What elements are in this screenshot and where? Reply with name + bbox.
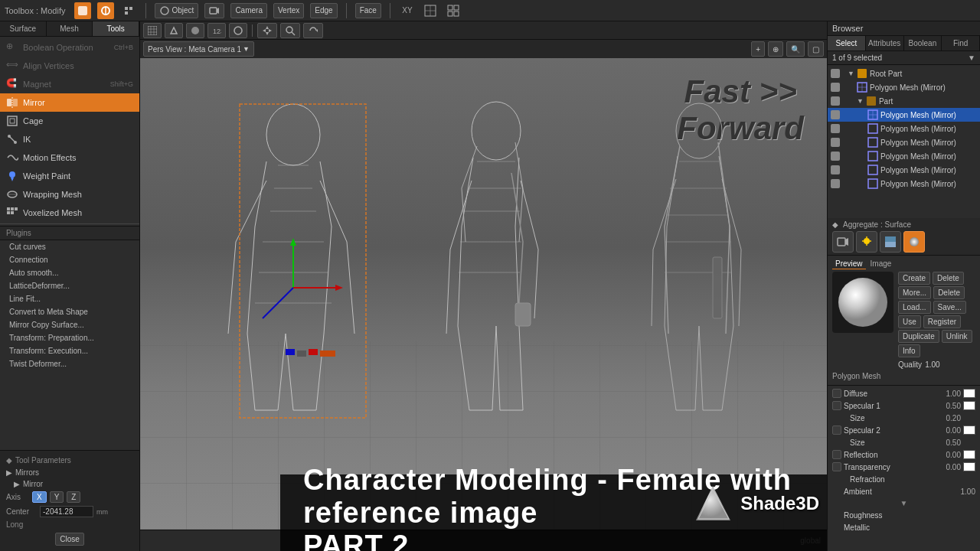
prop-transparency-check[interactable]	[832, 462, 841, 471]
vp-view-label[interactable]: Pers View : Meta Camera 1 ▼	[143, 41, 254, 57]
center-value-input[interactable]	[40, 506, 93, 517]
mat-save-button[interactable]: Save...	[933, 301, 966, 314]
menu-ik[interactable]: IK	[0, 130, 139, 148]
axis-z-button[interactable]: Z	[67, 491, 80, 503]
menu-object[interactable]: Object	[155, 3, 198, 18]
mat-tab-image[interactable]: Image	[867, 259, 895, 269]
menu-vertex[interactable]: Camera	[230, 3, 267, 18]
vp-btn-persp[interactable]	[165, 23, 183, 38]
sub-convert-meta[interactable]: Convert to Meta Shape	[0, 305, 139, 318]
prop-specular2-check[interactable]	[832, 425, 841, 435]
vp-btn-shade[interactable]	[186, 23, 204, 38]
sub-line-fit[interactable]: Line Fit...	[0, 292, 139, 305]
tree-item-1[interactable]: Polygon Mesh (Mirror)	[828, 80, 980, 94]
agg-surface-icon[interactable]	[903, 231, 925, 253]
tree-root-part[interactable]: ▼ Root Part	[828, 67, 980, 80]
axis-icon[interactable]: XY	[399, 2, 416, 19]
menu-wrapping-mesh[interactable]: Wrapping Mesh	[0, 185, 139, 204]
mat-more-button[interactable]: More...	[898, 286, 931, 299]
agg-light-icon[interactable]	[856, 231, 877, 253]
vp-btn-rotate[interactable]	[303, 23, 323, 38]
agg-bg-icon[interactable]	[880, 231, 901, 253]
tree-item-selected[interactable]: Polygon Mesh (Mirror)	[828, 108, 980, 122]
mat-register-button[interactable]: Register	[923, 315, 961, 328]
close-button[interactable]: Close	[55, 533, 84, 546]
sub-twist-deformer[interactable]: Twist Deformer...	[0, 357, 139, 370]
mat-use-button[interactable]: Use	[898, 315, 921, 328]
vp-sep-1	[252, 24, 253, 37]
tab-boolean[interactable]: Boolean	[904, 36, 942, 51]
tree-item-6[interactable]: Polygon Mesh (Mirror)	[828, 149, 980, 163]
material-ball	[832, 272, 893, 333]
tab-find[interactable]: Find	[942, 36, 980, 51]
modify-button[interactable]	[97, 2, 114, 19]
vp-plus-icon[interactable]: +	[751, 41, 765, 57]
grid-icon[interactable]	[422, 2, 439, 19]
prop-specular1-swatch[interactable]	[963, 401, 975, 410]
menu-motion-effects[interactable]: Motion Effects	[0, 148, 139, 167]
menu-edge[interactable]: Vertex	[273, 3, 304, 18]
create-button[interactable]	[74, 2, 91, 19]
sub-mirror-copy[interactable]: Mirror Copy Surface...	[0, 318, 139, 331]
tab-attributes[interactable]: Attributes	[866, 36, 904, 51]
mat-info-button[interactable]: Info	[898, 344, 920, 357]
svg-rect-91	[868, 179, 877, 188]
mat-load-button[interactable]: Load...	[898, 301, 931, 314]
mat-delete2-button[interactable]: Delete	[933, 286, 965, 299]
prop-diffuse-check[interactable]	[832, 389, 841, 398]
sub-connection[interactable]: Connection	[0, 253, 139, 266]
tool-params-header[interactable]: ◆ Tool Parameters	[0, 454, 139, 467]
mat-duplicate-button[interactable]: Duplicate	[898, 330, 939, 343]
menu-boolean-operation[interactable]: ⊕ Boolean Operation Ctrl+B	[0, 38, 139, 57]
tab-select[interactable]: Select	[828, 36, 866, 51]
prop-transparency-swatch[interactable]	[963, 462, 975, 471]
vp-btn-zoom[interactable]	[280, 23, 300, 38]
menu-magnet[interactable]: 🧲 Magnet Shift+G	[0, 75, 139, 93]
tree-part[interactable]: ▼ Part	[828, 94, 980, 108]
axis-y-button[interactable]: Y	[50, 491, 64, 503]
sub-lattice-deformer[interactable]: LatticeDeformer...	[0, 279, 139, 292]
vp-expand-icon[interactable]: ▢	[808, 41, 824, 57]
props-expand-icon[interactable]: ▼	[900, 499, 908, 507]
menu-face[interactable]: Edge	[310, 3, 337, 18]
vp-btn-numeric[interactable]: 123	[207, 23, 226, 38]
menu-weight-paint[interactable]: Weight Paint	[0, 167, 139, 185]
mat-delete-button[interactable]: Delete	[933, 272, 964, 285]
prop-reflection-swatch[interactable]	[963, 450, 975, 459]
prop-specular2-swatch[interactable]	[963, 425, 975, 435]
menu-mirror[interactable]: Mirror	[0, 93, 139, 112]
prop-diffuse-swatch[interactable]	[963, 389, 975, 398]
prop-specular1-check[interactable]	[832, 401, 841, 410]
menu-camera[interactable]	[204, 3, 224, 18]
tab-surface[interactable]: Surface	[0, 21, 47, 36]
sub-transform-prep[interactable]: Transform: Preparation...	[0, 331, 139, 344]
mat-tab-preview[interactable]: Preview	[832, 259, 866, 269]
view-icon[interactable]	[445, 2, 462, 19]
tree-item-8[interactable]: Polygon Mesh (Mirror)	[828, 177, 980, 191]
vp-btn-move[interactable]	[257, 23, 277, 38]
menu-universal[interactable]: Face	[355, 3, 381, 18]
vp-btn-ball[interactable]	[229, 23, 247, 38]
axis-x-button[interactable]: X	[32, 491, 47, 503]
agg-camera-icon[interactable]	[832, 231, 854, 253]
menu-voxelized-mesh[interactable]: Voxelized Mesh	[0, 204, 139, 222]
tree-item-4[interactable]: Polygon Mesh (Mirror)	[828, 122, 980, 135]
vp-target-icon[interactable]: ⊕	[768, 41, 783, 57]
tab-mesh[interactable]: Mesh	[47, 21, 93, 36]
sub-cut-curves[interactable]: Cut curves	[0, 240, 139, 253]
mat-create-button[interactable]: Create	[898, 272, 930, 285]
tab-tools[interactable]: Tools	[93, 21, 139, 36]
vp-zoom-icon[interactable]: 🔍	[786, 41, 805, 57]
sub-auto-smooth[interactable]: Auto smooth...	[0, 266, 139, 279]
tree-item-5[interactable]: Polygon Mesh (Mirror)	[828, 135, 980, 149]
prop-reflection-check[interactable]	[832, 450, 841, 459]
vp-btn-grid[interactable]	[143, 23, 162, 38]
tree-item-7[interactable]: Polygon Mesh (Mirror)	[828, 163, 980, 177]
part-button[interactable]	[120, 2, 137, 19]
viewport[interactable]: 123	[140, 21, 827, 551]
menu-align-vertices[interactable]: ⟺ Align Vertices	[0, 57, 139, 75]
browser-tree[interactable]: ▼ Root Part Polygon Mesh (Mirror) ▼	[828, 65, 980, 218]
menu-cage[interactable]: Cage	[0, 112, 139, 130]
mat-unlink-button[interactable]: Unlink	[942, 330, 972, 343]
sub-transform-exec[interactable]: Transform: Execution...	[0, 344, 139, 357]
